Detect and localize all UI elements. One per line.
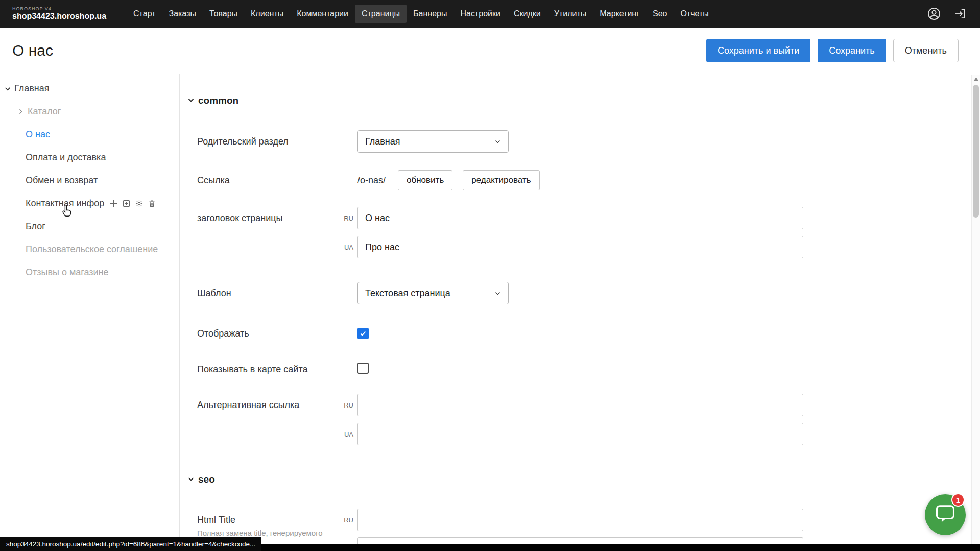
link-status-bar: shop34423.horoshop.ua/edit/edit.php?id=6… xyxy=(0,537,261,551)
parent-section-value: Главная xyxy=(365,136,400,147)
brand-domain: shop34423.horoshop.ua xyxy=(12,12,106,21)
sidebar-item-label: Пользовательское соглашение xyxy=(26,244,158,255)
scrollbar-thumb[interactable] xyxy=(973,85,979,218)
header-buttons: Сохранить и выйти Сохранить Отменить xyxy=(706,39,959,62)
nav-item-6[interactable]: Страницы xyxy=(355,5,407,23)
parent-section-select[interactable]: Главная xyxy=(357,130,509,153)
alt-link-inputs: RU UA xyxy=(339,394,803,452)
ua-badge: UA xyxy=(339,430,353,438)
sidebar-item-label: Оплата и доставка xyxy=(26,152,106,163)
display-label: Отображать xyxy=(197,328,339,339)
nav-item-1[interactable]: Старт xyxy=(127,5,162,23)
chevron-down-icon xyxy=(187,95,195,106)
nav-item-4[interactable]: Клиенты xyxy=(244,5,290,23)
link-label: Ссылка xyxy=(197,175,339,186)
parent-section-row: Родительский раздел Главная xyxy=(180,130,980,153)
move-icon[interactable] xyxy=(109,199,118,208)
page-url-path: /o-nas/ xyxy=(357,175,386,186)
sidebar-item-3[interactable]: О нас xyxy=(0,123,179,146)
pages-tree-sidebar: ГлавнаяКаталогО насОплата и доставкаОбме… xyxy=(0,74,180,550)
alt-link-ru-input[interactable] xyxy=(357,394,803,416)
nav-item-2[interactable]: Заказы xyxy=(162,5,203,23)
chevron-down-icon[interactable] xyxy=(4,85,11,92)
sidebar-item-7[interactable]: Блог xyxy=(0,215,179,238)
cancel-button[interactable]: Отменить xyxy=(893,39,959,62)
save-and-exit-button[interactable]: Сохранить и выйти xyxy=(706,39,810,62)
sidebar-item-label: Каталог xyxy=(28,106,61,117)
nav-item-12[interactable]: Seo xyxy=(646,5,674,23)
brand-version: HOROSHOP V4 xyxy=(12,7,106,12)
template-row: Шаблон Текстовая страница xyxy=(180,282,980,304)
template-value: Текстовая страница xyxy=(365,288,450,299)
ru-badge: RU xyxy=(339,401,353,409)
html-title-label: Html Title xyxy=(197,509,339,531)
page-title-label: заголовок страницы xyxy=(197,207,339,229)
alt-link-ua-input[interactable] xyxy=(357,423,803,445)
sidebar-item-2[interactable]: Каталог xyxy=(0,100,179,123)
refresh-link-button[interactable]: обновить xyxy=(398,170,452,190)
trash-icon[interactable] xyxy=(148,199,156,208)
ru-badge: RU xyxy=(339,214,353,222)
chevron-down-icon xyxy=(187,474,195,485)
sidebar-item-label: Блог xyxy=(26,221,45,232)
display-row: Отображать xyxy=(180,328,980,339)
nav-item-8[interactable]: Настройки xyxy=(453,5,507,23)
page-header: О нас Сохранить и выйти Сохранить Отмени… xyxy=(0,28,980,74)
sidebar-item-5[interactable]: Обмен и возврат xyxy=(0,169,179,192)
sidebar-item-4[interactable]: Оплата и доставка xyxy=(0,146,179,169)
scroll-up-arrow[interactable] xyxy=(972,75,980,83)
sitemap-label: Показывать в карте сайта xyxy=(197,364,339,375)
html-title-hint: Полная замена title, генерируемого xyxy=(197,529,339,537)
chat-widget-button[interactable]: 1 xyxy=(925,494,966,535)
vertical-scrollbar[interactable] xyxy=(971,75,980,551)
top-navigation-bar: HOROSHOP V4 shop34423.horoshop.ua СтартЗ… xyxy=(0,0,980,28)
sidebar-item-6[interactable]: Контактная инфор xyxy=(0,192,179,215)
alt-link-row: Альтернативная ссылка RU UA xyxy=(180,394,980,452)
sitemap-checkbox[interactable] xyxy=(357,363,369,374)
nav-item-7[interactable]: Баннеры xyxy=(407,5,453,23)
page-title-ru-input[interactable] xyxy=(357,207,803,229)
display-checkbox[interactable] xyxy=(357,328,369,339)
nav-item-9[interactable]: Скидки xyxy=(507,5,547,23)
chevron-right-icon[interactable] xyxy=(17,108,25,115)
logout-icon[interactable] xyxy=(953,7,967,20)
brand[interactable]: HOROSHOP V4 shop34423.horoshop.ua xyxy=(12,7,106,20)
tree-item-tools xyxy=(109,199,156,208)
add-icon[interactable] xyxy=(122,199,131,208)
section-seo-label: seo xyxy=(198,474,215,485)
chat-bubble-icon xyxy=(935,504,955,525)
main-layout: ГлавнаяКаталогО насОплата и доставкаОбме… xyxy=(0,74,980,550)
topnav-right xyxy=(927,7,967,21)
section-common-label: common xyxy=(198,95,238,106)
sidebar-item-label: Контактная инфор xyxy=(26,198,104,209)
page-title-ua-input[interactable] xyxy=(357,236,803,258)
nav-item-5[interactable]: Комментарии xyxy=(290,5,355,23)
sitemap-row: Показывать в карте сайта xyxy=(180,363,980,376)
section-common[interactable]: common xyxy=(180,93,980,108)
chevron-down-icon xyxy=(494,290,501,297)
ru-badge: RU xyxy=(339,516,353,524)
template-select[interactable]: Текстовая страница xyxy=(357,282,509,304)
settings-icon[interactable] xyxy=(135,199,144,208)
sidebar-item-label: Обмен и возврат xyxy=(26,175,98,186)
page-title-row: заголовок страницы RU UA xyxy=(180,207,980,265)
page-title-inputs: RU UA xyxy=(339,207,803,265)
sidebar-item-8[interactable]: Пользовательское соглашение xyxy=(0,238,179,261)
parent-section-label: Родительский раздел xyxy=(197,136,339,147)
save-button[interactable]: Сохранить xyxy=(818,39,886,62)
page-edit-form: common Родительский раздел Главная Ссылк… xyxy=(180,74,980,550)
nav-item-10[interactable]: Утилиты xyxy=(547,5,593,23)
sidebar-item-1[interactable]: Главная xyxy=(0,77,179,100)
ua-badge: UA xyxy=(339,244,353,251)
section-seo[interactable]: seo xyxy=(180,472,980,487)
sidebar-item-label: Главная xyxy=(14,83,50,94)
nav-item-3[interactable]: Товары xyxy=(203,5,244,23)
account-icon[interactable] xyxy=(927,7,941,21)
nav-item-11[interactable]: Маркетинг xyxy=(593,5,646,23)
link-field: /o-nas/ обновить редактировать xyxy=(357,170,550,190)
html-title-ru-input[interactable] xyxy=(357,509,803,531)
nav-item-13[interactable]: Отчеты xyxy=(674,5,715,23)
edit-link-button[interactable]: редактировать xyxy=(463,170,539,190)
sidebar-item-9[interactable]: Отзывы о магазине xyxy=(0,261,179,284)
topnav-items: СтартЗаказыТоварыКлиентыКомментарииСтран… xyxy=(127,0,715,28)
